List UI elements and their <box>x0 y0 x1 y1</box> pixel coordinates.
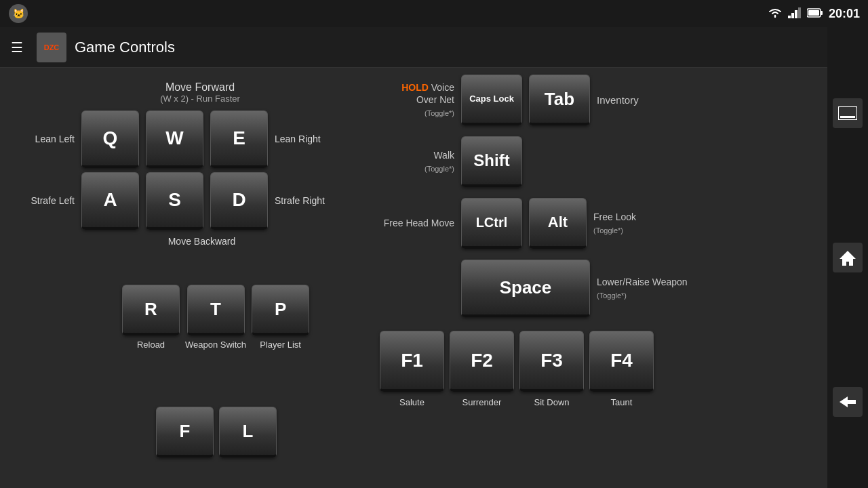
strafe-right-label: Strafe Right <box>275 195 329 207</box>
svg-rect-4 <box>795 10 797 18</box>
lean-left-label: Lean Left <box>20 133 75 145</box>
key-f1: F1 <box>380 331 444 392</box>
key-t: T <box>187 285 245 336</box>
key-shift: Shift <box>461 136 522 187</box>
strafe-left-label: Strafe Left <box>20 195 75 207</box>
key-q: Q <box>81 110 139 168</box>
key-tab: Tab <box>529 75 590 125</box>
nav-back-button[interactable] <box>833 387 863 417</box>
svg-rect-3 <box>791 13 794 18</box>
svg-rect-8 <box>808 10 819 16</box>
key-f3: F3 <box>519 331 584 392</box>
svg-text:🐱: 🐱 <box>13 8 25 20</box>
lowerraise-label: Lower/Raise Weapon (Toggle*) <box>597 276 688 300</box>
taunt-label: Taunt <box>611 397 633 407</box>
space-row: Space Lower/Raise Weapon (Toggle*) <box>380 260 688 317</box>
key-space: Space <box>461 260 590 317</box>
key-l: L <box>219 407 277 458</box>
f4-group: F4 Taunt <box>589 331 654 407</box>
key-w: W <box>146 110 203 168</box>
reload-label: Reload <box>137 340 165 350</box>
nav-home-button[interactable] <box>833 243 863 272</box>
key-lctrl: LCtrl <box>461 198 522 249</box>
key-a: A <box>81 172 139 230</box>
key-f: F <box>156 407 214 458</box>
app-logo: DZC <box>37 33 66 62</box>
voice-label: HOLD VoiceOver Net (Toggle*) <box>380 81 454 119</box>
fn-keys-row: F1 Salute F2 Surrender F3 Sit Down F4 Ta… <box>380 331 688 407</box>
signal-icon <box>788 7 802 20</box>
freelook-label: Free Look (Toggle*) <box>593 211 636 235</box>
f2-group: F2 Surrender <box>450 331 514 407</box>
key-f4: F4 <box>589 331 654 392</box>
key-d: D <box>210 172 268 230</box>
key-e: E <box>210 110 268 168</box>
movement-section: Move Forward (W x 2) - Run Faster Lean L… <box>20 81 329 247</box>
main-content: Move Forward (W x 2) - Run Faster Lean L… <box>0 68 827 488</box>
surrender-label: Surrender <box>462 397 502 407</box>
f3-group: F3 Sit Down <box>519 331 584 407</box>
right-controls: HOLD VoiceOver Net (Toggle*) Caps Lock T… <box>380 75 688 407</box>
status-left: 🐱 <box>8 3 28 24</box>
reload-group: R Reload <box>122 285 180 351</box>
voice-row: HOLD VoiceOver Net (Toggle*) Caps Lock T… <box>380 75 688 125</box>
freehead-row: Free Head Move LCtrl Alt Free Look (Togg… <box>380 198 688 249</box>
walk-row: Walk (Toggle*) Shift <box>380 136 688 187</box>
player-list-group: P Player List <box>252 285 309 351</box>
player-list-label: Player List <box>260 340 301 351</box>
walk-label: Walk (Toggle*) <box>380 149 454 174</box>
battery-icon <box>807 8 823 20</box>
rtp-section: R Reload T Weapon Switch P Player List <box>122 285 309 351</box>
wifi-icon <box>768 7 783 20</box>
f1-group: F1 Salute <box>380 331 444 407</box>
status-bar: 🐱 20:01 <box>0 0 868 27</box>
move-backward-label: Move Backward <box>75 235 329 247</box>
key-alt: Alt <box>529 198 587 249</box>
page-title: Game Controls <box>75 39 175 56</box>
salute-label: Salute <box>399 397 425 407</box>
svg-rect-2 <box>788 16 791 18</box>
qwe-row: Lean Left Q W E Lean Right <box>20 110 329 168</box>
key-r: R <box>122 285 180 336</box>
app-header: ☰ DZC Game Controls <box>0 27 868 68</box>
svg-rect-5 <box>798 7 801 18</box>
hamburger-menu[interactable]: ☰ <box>11 39 23 56</box>
freehead-label: Free Head Move <box>380 217 454 229</box>
svg-rect-10 <box>840 116 855 118</box>
move-forward-label: Move Forward (W x 2) - Run Faster <box>71 81 329 104</box>
asd-row: Strafe Left A S D Strafe Right <box>20 172 329 230</box>
key-f2: F2 <box>450 331 514 392</box>
side-navigation <box>827 27 868 488</box>
nav-screen-button[interactable] <box>833 98 863 128</box>
key-capslock: Caps Lock <box>461 75 522 125</box>
lean-right-label: Lean Right <box>275 133 329 145</box>
key-p: P <box>252 285 309 336</box>
weapon-switch-group: T Weapon Switch <box>185 285 246 351</box>
key-s: S <box>146 172 203 230</box>
status-right: 20:01 <box>768 7 860 21</box>
rtp-key-row: R Reload T Weapon Switch P Player List <box>122 285 309 351</box>
sitdown-label: Sit Down <box>534 397 569 407</box>
weapon-switch-label: Weapon Switch <box>185 340 246 351</box>
svg-rect-7 <box>821 11 823 15</box>
fl-section: F L <box>156 407 277 458</box>
inventory-label: Inventory <box>597 94 639 106</box>
time-display: 20:01 <box>829 7 860 21</box>
app-icon: 🐱 <box>8 3 28 24</box>
